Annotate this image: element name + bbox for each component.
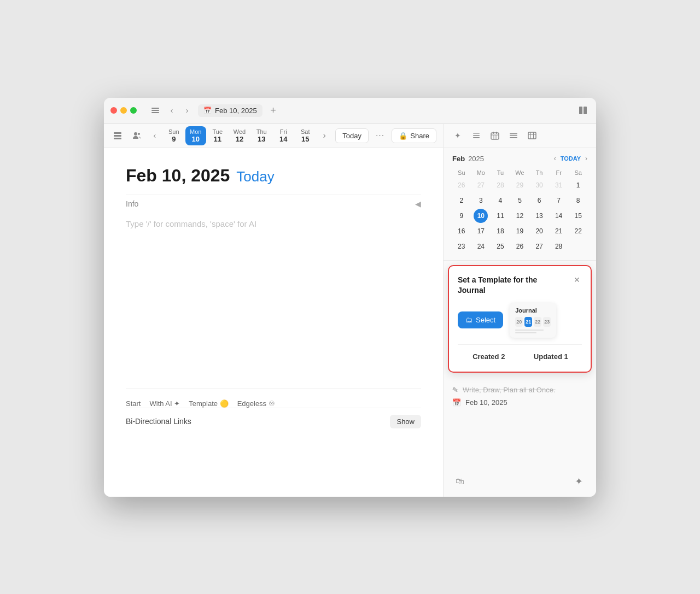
cal-cell[interactable]: 4 bbox=[493, 193, 508, 208]
cal-cell[interactable]: 1 bbox=[571, 178, 585, 192]
svg-point-9 bbox=[138, 133, 140, 135]
share-button[interactable]: 🔒 Share bbox=[392, 128, 436, 143]
cal-cell[interactable]: 30 bbox=[532, 178, 546, 192]
right-toolbar: ✦ bbox=[444, 124, 596, 148]
day-header-fr: Fr bbox=[550, 168, 568, 177]
cal-cell[interactable]: 27 bbox=[474, 178, 488, 192]
cal-cell[interactable]: 9 bbox=[454, 209, 469, 223]
cal-cell[interactable]: 17 bbox=[474, 224, 488, 238]
template-tag[interactable]: Template 🟡 bbox=[189, 399, 228, 408]
cal-cell[interactable]: 23 bbox=[454, 239, 469, 254]
day-pill-thu[interactable]: Thu 13 bbox=[251, 126, 272, 145]
select-template-button[interactable]: 🗂 Select bbox=[458, 311, 503, 328]
day-name-thu: Thu bbox=[256, 128, 267, 135]
info-collapse-icon[interactable]: ◀ bbox=[415, 199, 421, 208]
sparkle-icon[interactable]: ✦ bbox=[450, 128, 465, 143]
right-panel: ✦ bbox=[443, 124, 596, 497]
cal-cell[interactable]: 25 bbox=[493, 239, 508, 254]
day-name-tue: Tue bbox=[213, 128, 223, 135]
active-tab[interactable]: 📅 Feb 10, 2025 bbox=[198, 104, 262, 117]
cal-cell[interactable]: 22 bbox=[571, 224, 585, 238]
day-num-wed: 12 bbox=[236, 135, 243, 143]
day-pill-fri[interactable]: Fri 14 bbox=[273, 126, 294, 145]
ai-sparkle-button[interactable]: ✦ bbox=[570, 473, 587, 490]
sidebar-toggle-icon[interactable] bbox=[150, 105, 161, 116]
cal-cell[interactable]: 19 bbox=[512, 224, 527, 238]
updated-tab[interactable]: Updated 1 bbox=[520, 350, 582, 363]
mini-cal-next[interactable]: › bbox=[585, 155, 587, 162]
cal-cell[interactable]: 7 bbox=[552, 193, 566, 208]
day-pill-tue[interactable]: Tue 11 bbox=[207, 126, 228, 145]
cal-cell[interactable]: 20 bbox=[532, 224, 546, 238]
cal-cell[interactable]: 2 bbox=[454, 193, 469, 208]
mini-cal-today-button[interactable]: TODAY bbox=[561, 155, 581, 162]
cal-cell[interactable]: 11 bbox=[493, 209, 508, 223]
start-tag[interactable]: Start bbox=[126, 399, 141, 408]
created-tab[interactable]: Created 2 bbox=[458, 350, 520, 363]
tab-label: Feb 10, 2025 bbox=[215, 107, 257, 115]
calendar-grid-icon[interactable] bbox=[487, 128, 503, 143]
back-arrow[interactable]: ‹ bbox=[165, 104, 178, 117]
list-icon[interactable] bbox=[469, 128, 484, 143]
cal-cell[interactable]: 18 bbox=[493, 224, 508, 238]
journal-card: Journal 20 21 22 23 bbox=[510, 303, 556, 338]
cal-cell-today[interactable]: 10 bbox=[474, 209, 488, 223]
more-days-arrow[interactable]: › bbox=[318, 129, 331, 142]
table-icon[interactable] bbox=[524, 128, 540, 143]
write-draw-plan-item: ✎ Write, Draw, Plan all at Once. bbox=[452, 384, 587, 396]
day-header-sa: Sa bbox=[569, 168, 587, 177]
cal-cell[interactable]: 14 bbox=[552, 209, 566, 223]
more-options-button[interactable]: ··· bbox=[373, 128, 387, 143]
bag-icon[interactable]: 🛍 bbox=[452, 474, 468, 489]
cal-cell[interactable]: 31 bbox=[552, 178, 566, 192]
show-button[interactable]: Show bbox=[390, 415, 421, 428]
edgeless-tag[interactable]: Edgeless ♾ bbox=[237, 399, 275, 408]
edit-icon: ✎ bbox=[452, 386, 458, 394]
svg-rect-22 bbox=[528, 132, 536, 139]
cal-cell[interactable]: 13 bbox=[532, 209, 546, 223]
template-popup-close-button[interactable]: ✕ bbox=[572, 275, 582, 285]
journal-card-dates: 20 21 22 23 bbox=[515, 317, 551, 327]
cal-cell[interactable]: 15 bbox=[571, 209, 585, 223]
editor-placeholder[interactable]: Type '/' for commands, 'space' for AI bbox=[126, 213, 421, 235]
journal-card-date: 20 bbox=[515, 317, 523, 327]
day-num-sat: 15 bbox=[301, 135, 309, 143]
cal-cell[interactable]: 29 bbox=[512, 178, 527, 192]
add-tab-button[interactable]: + bbox=[267, 104, 280, 117]
view-list-icon[interactable] bbox=[110, 128, 125, 143]
cal-cell[interactable]: 5 bbox=[512, 193, 527, 208]
cal-cell[interactable]: 28 bbox=[493, 178, 508, 192]
cal-cell[interactable]: 12 bbox=[512, 209, 527, 223]
journal-card-title: Journal bbox=[515, 307, 551, 314]
menu-icon[interactable] bbox=[506, 128, 521, 143]
cal-cell[interactable]: 27 bbox=[532, 239, 546, 254]
day-pill-sat[interactable]: Sat 15 bbox=[295, 126, 316, 145]
day-pill-sun[interactable]: Sun 9 bbox=[164, 126, 184, 145]
cal-cell[interactable]: 28 bbox=[552, 239, 566, 254]
cal-cell[interactable]: 6 bbox=[532, 193, 546, 208]
cal-cell[interactable]: 16 bbox=[454, 224, 469, 238]
mini-cal-prev[interactable]: ‹ bbox=[554, 155, 556, 162]
today-button[interactable]: Today bbox=[335, 128, 369, 143]
minimize-button[interactable] bbox=[120, 107, 127, 114]
cal-cell[interactable]: 24 bbox=[474, 239, 488, 254]
nav-arrows: ‹ › bbox=[165, 104, 194, 117]
cal-cell[interactable]: 8 bbox=[571, 193, 585, 208]
cal-cell[interactable]: 26 bbox=[454, 178, 469, 192]
people-icon[interactable] bbox=[129, 128, 143, 143]
with-ai-tag[interactable]: With AI ✦ bbox=[149, 399, 180, 408]
forward-arrow[interactable]: › bbox=[180, 104, 194, 117]
write-draw-plan-text: Write, Draw, Plan all at Once. bbox=[463, 386, 556, 394]
day-num-tue: 11 bbox=[214, 135, 221, 143]
cal-cell[interactable]: 21 bbox=[552, 224, 566, 238]
prev-day-arrow[interactable]: ‹ bbox=[148, 129, 161, 142]
cal-cell[interactable]: 3 bbox=[474, 193, 488, 208]
cal-cell[interactable]: 26 bbox=[512, 239, 527, 254]
day-pill-wed[interactable]: Wed 12 bbox=[229, 126, 250, 145]
day-pill-mon[interactable]: Mon 10 bbox=[185, 126, 206, 145]
mini-cal-nav: ‹ TODAY › bbox=[554, 155, 587, 162]
close-button[interactable] bbox=[110, 107, 117, 114]
layout-toggle-icon[interactable] bbox=[576, 104, 590, 117]
select-template-label: Select bbox=[476, 316, 495, 324]
maximize-button[interactable] bbox=[130, 107, 137, 114]
